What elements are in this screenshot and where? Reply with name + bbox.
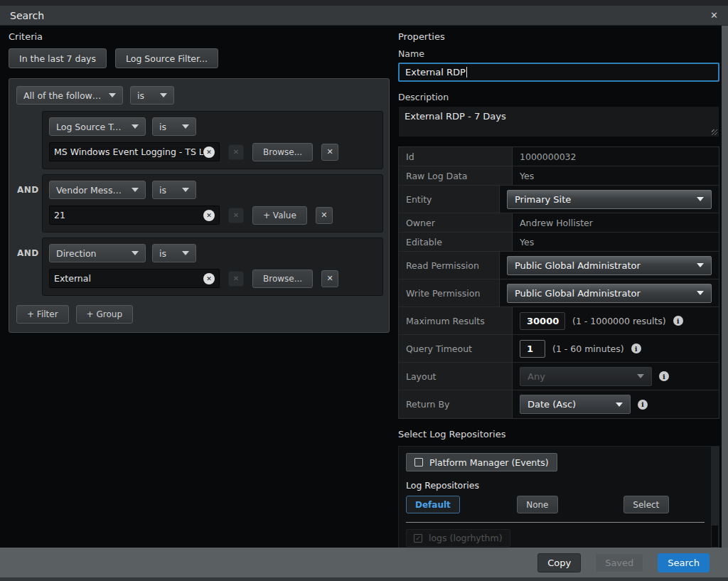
filter-value-box[interactable]: MS Windows Event Logging - TS Local S ✕ xyxy=(49,142,220,161)
field-dropdown[interactable]: Direction xyxy=(49,244,146,262)
id-value: 1000000032 xyxy=(520,151,577,162)
query-timeout-hint: (1 - 60 minutes) xyxy=(552,343,624,354)
info-icon[interactable]: i xyxy=(673,316,683,326)
dialog-titlebar: Search ✕ xyxy=(0,6,728,26)
write-permission-dropdown[interactable]: Public Global Administrator xyxy=(507,284,712,303)
maximum-results-input[interactable]: 30000 xyxy=(520,312,565,330)
default-button[interactable]: Default xyxy=(406,496,460,513)
background-right-strip xyxy=(722,26,728,548)
row-label: Layout xyxy=(399,363,513,390)
checkbox-icon xyxy=(414,458,423,467)
info-icon[interactable]: i xyxy=(638,400,648,410)
table-row: Owner Andrew Hollister xyxy=(399,213,719,233)
editable-value: Yes xyxy=(520,237,534,247)
scrollbar[interactable] xyxy=(711,447,719,554)
row-label: Read Permission xyxy=(399,252,500,279)
add-value-button[interactable]: + Value xyxy=(252,206,307,225)
chevron-down-icon xyxy=(182,188,189,192)
chevron-down-icon xyxy=(132,188,139,192)
add-group-button[interactable]: + Group xyxy=(76,305,133,324)
remove-filter-button[interactable]: ✕ xyxy=(321,144,338,161)
layout-dropdown[interactable]: Any xyxy=(520,367,652,386)
description-label: Description xyxy=(398,92,719,102)
clear-value-button[interactable]: ✕ xyxy=(228,208,244,223)
chevron-down-icon xyxy=(182,251,189,255)
table-row: Layout Any i xyxy=(399,363,719,390)
clear-value-button[interactable]: ✕ xyxy=(228,271,244,287)
description-textarea[interactable]: External RDP - 7 Days xyxy=(398,106,719,137)
remove-value-icon[interactable]: ✕ xyxy=(203,273,215,284)
row-label: Raw Log Data xyxy=(399,166,513,185)
table-row: Raw Log Data Yes xyxy=(399,166,719,186)
row-label: Id xyxy=(399,147,513,166)
close-icon[interactable]: ✕ xyxy=(710,10,718,21)
copy-button[interactable]: Copy xyxy=(537,553,581,572)
remove-filter-button[interactable]: ✕ xyxy=(316,207,333,224)
chevron-down-icon xyxy=(109,93,116,97)
properties-panel: Properties Name External RDP Description… xyxy=(398,31,719,555)
select-log-repositories-heading: Select Log Repositories xyxy=(398,429,719,439)
browse-button[interactable]: Browse... xyxy=(252,143,313,161)
checkbox-checked-icon: ✓ xyxy=(414,534,422,543)
repository-item[interactable]: ✓ logs (logrhythm) xyxy=(406,529,510,547)
table-row: Write Permission Public Global Administr… xyxy=(399,279,719,307)
row-label: Write Permission xyxy=(399,279,500,307)
chevron-down-icon xyxy=(697,291,704,295)
remove-value-icon[interactable]: ✕ xyxy=(203,210,215,221)
group-operator-dropdown[interactable]: is xyxy=(130,86,174,105)
chevron-down-icon xyxy=(697,197,704,201)
background-bottom-strip xyxy=(0,577,728,581)
browse-button[interactable]: Browse... xyxy=(252,270,313,288)
row-label: Editable xyxy=(399,233,513,251)
dialog-footer: Copy Saved Search xyxy=(0,548,728,577)
group-match-dropdown[interactable]: All of the following xyxy=(16,86,123,105)
log-repositories-label: Log Repositories xyxy=(406,480,705,491)
query-timeout-input[interactable]: 1 xyxy=(520,340,545,358)
search-button[interactable]: Search xyxy=(658,553,710,572)
platform-manager-checkbox[interactable]: Platform Manager (Events) xyxy=(406,453,557,471)
dialog-title: Search xyxy=(10,10,44,21)
clear-value-button[interactable]: ✕ xyxy=(228,144,244,160)
row-label: Query Timeout xyxy=(399,335,513,362)
field-dropdown[interactable]: Vendor Messa... xyxy=(49,181,146,199)
operator-dropdown[interactable]: is xyxy=(152,181,196,199)
log-source-filter-button[interactable]: Log Source Filter... xyxy=(115,48,218,68)
join-label: AND xyxy=(17,185,39,195)
row-label: Return By xyxy=(399,390,513,418)
select-button[interactable]: Select xyxy=(623,496,669,513)
operator-dropdown[interactable]: is xyxy=(152,117,196,136)
operator-dropdown[interactable]: is xyxy=(152,244,196,262)
name-input[interactable]: External RDP xyxy=(398,63,719,82)
info-icon[interactable]: i xyxy=(659,371,669,381)
search-dialog: Search ✕ Criteria In the last 7 days Log… xyxy=(0,0,728,581)
table-row: Editable Yes xyxy=(399,233,719,252)
none-button[interactable]: None xyxy=(517,496,558,513)
filter-value-box[interactable]: External ✕ xyxy=(49,269,220,288)
text-cursor xyxy=(466,67,467,78)
owner-value: Andrew Hollister xyxy=(520,218,593,228)
chevron-down-icon xyxy=(182,124,189,129)
row-label: Entity xyxy=(399,186,500,213)
filter-row: AND Direction is External xyxy=(42,238,383,296)
chevron-down-icon xyxy=(697,263,704,267)
return-by-dropdown[interactable]: Date (Asc) xyxy=(520,395,631,414)
add-filter-button[interactable]: + Filter xyxy=(16,305,69,324)
properties-heading: Properties xyxy=(398,31,719,42)
read-permission-dropdown[interactable]: Public Global Administrator xyxy=(507,256,712,275)
filter-row: Log Source Type is MS Windows Event Logg… xyxy=(42,111,383,169)
remove-filter-button[interactable]: ✕ xyxy=(321,270,338,287)
filter-value-box[interactable]: 21 ✕ xyxy=(49,206,220,225)
field-dropdown[interactable]: Log Source Type xyxy=(49,117,146,136)
chevron-down-icon xyxy=(132,124,139,129)
remove-value-icon[interactable]: ✕ xyxy=(203,146,215,158)
time-range-button[interactable]: In the last 7 days xyxy=(9,48,107,68)
table-row: Entity Primary Site xyxy=(399,186,719,213)
entity-dropdown[interactable]: Primary Site xyxy=(507,190,712,209)
raw-log-data-value: Yes xyxy=(520,171,534,181)
background-page-strip xyxy=(0,0,728,6)
table-row: Query Timeout 1 (1 - 60 minutes) i xyxy=(399,335,719,363)
scrollbar-thumb[interactable] xyxy=(712,526,718,547)
chevron-down-icon xyxy=(637,374,644,378)
saved-button[interactable]: Saved xyxy=(595,553,643,572)
info-icon[interactable]: i xyxy=(631,343,641,353)
